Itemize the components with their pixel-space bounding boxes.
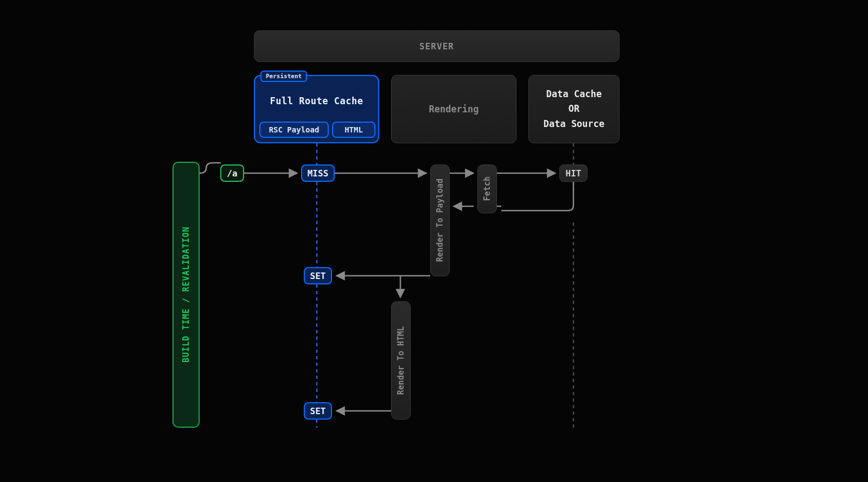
rsc-payload-chip: RSC Payload xyxy=(259,122,329,138)
data-cache-card: Data Cache OR Data Source xyxy=(528,75,620,143)
render-to-payload-pill: Render To Payload xyxy=(430,164,450,276)
data-cache-line3: Data Source xyxy=(544,117,605,131)
miss-pill: MISS xyxy=(301,164,335,182)
server-header: SERVER xyxy=(254,30,620,62)
rendering-card: Rendering xyxy=(391,75,516,143)
set-pill-2: SET xyxy=(304,402,332,420)
server-header-label: SERVER xyxy=(419,41,454,52)
build-time-label: BUILD TIME / REVALIDATION xyxy=(174,163,199,427)
data-cache-line1: Data Cache xyxy=(546,87,602,102)
hit-pill: HIT xyxy=(559,164,588,182)
render-to-html-pill: Render To HTML xyxy=(391,301,411,420)
fetch-pill: Fetch xyxy=(477,164,497,213)
build-time-column: BUILD TIME / REVALIDATION xyxy=(173,162,200,428)
route-a-chip: /a xyxy=(220,164,244,182)
rendering-label: Rendering xyxy=(429,104,478,115)
render-to-html-label: Render To HTML xyxy=(396,326,406,395)
data-cache-line2: OR xyxy=(569,102,579,116)
fetch-label: Fetch xyxy=(482,176,492,201)
set-pill-1: SET xyxy=(304,267,332,284)
full-route-cache-title: Full Route Cache xyxy=(255,96,378,106)
render-to-payload-label: Render To Payload xyxy=(435,179,445,262)
html-chip: HTML xyxy=(332,122,375,138)
persistent-tag: Persistent xyxy=(260,71,307,82)
full-route-cache-card: Persistent Full Route Cache RSC Payload … xyxy=(254,75,379,143)
